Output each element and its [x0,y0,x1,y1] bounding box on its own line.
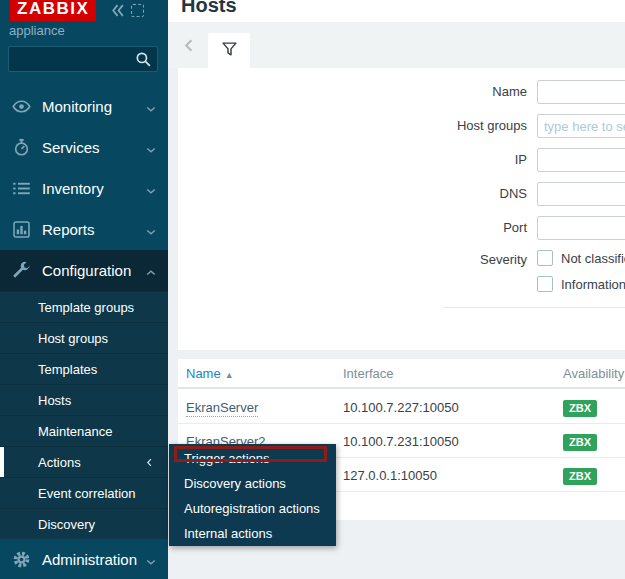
chevron-down-icon [145,101,157,119]
availability-badge-zbx: ZBX [563,434,597,451]
submenu-item-actions[interactable]: Actions [0,446,168,477]
sidebar-item-label: Services [42,139,100,156]
column-header-name[interactable]: Name▲ [186,359,234,390]
severity-option-information: Information [537,276,625,292]
sidebar-menu: Monitoring Services Inventory [0,86,168,579]
flyout-label: Discovery actions [184,476,286,491]
submenu-item-host-groups[interactable]: Host groups [0,322,168,353]
flyout-item-autoregistration-actions[interactable]: Autoregistration actions [169,496,336,521]
zabbix-logo[interactable]: ZABBIX [10,0,96,21]
filter-label-dns: DNS [367,182,527,206]
actions-flyout-menu: Trigger actions Discovery actions Autore… [169,444,336,546]
submenu-label: Hosts [38,393,71,408]
gear-icon [12,550,32,569]
submenu-item-discovery[interactable]: Discovery [0,508,168,539]
filter-label-severity: Severity [367,248,527,272]
flyout-label: Trigger actions [184,451,270,466]
availability-badge-zbx: ZBX [563,400,597,417]
sidebar-item-label: Reports [42,221,95,238]
column-header-label: Name [186,366,221,381]
search-input[interactable] [9,47,133,71]
flyout-label: Autoregistration actions [184,501,320,516]
chevron-down-icon [145,224,157,242]
flyout-label: Internal actions [184,526,272,541]
chevron-down-icon [145,183,157,201]
configuration-submenu: Template groups Host groups Templates Ho… [0,291,168,539]
sidebar-item-label: Monitoring [42,98,112,115]
submenu-label: Event correlation [38,486,136,501]
eye-icon [12,97,32,116]
interface-cell: 10.100.7.227:10050 [343,391,459,424]
page-title: Hosts [181,0,237,17]
chevron-down-icon [145,554,157,572]
list-icon [12,179,32,198]
filter-label-port: Port [367,216,527,240]
table-row: EkranServer 10.100.7.227:10050 ZBX [178,391,625,424]
flyout-item-internal-actions[interactable]: Internal actions [169,521,336,546]
sidebar-item-label: Configuration [42,262,131,279]
submenu-label: Actions [38,455,81,470]
interface-cell: 10.100.7.231:10050 [343,425,459,458]
submenu-label: Maintenance [38,424,112,439]
sidebar-item-administration[interactable]: Administration [0,539,168,579]
checkbox-label: Information [561,277,625,292]
sidebar-item-label: Administration [42,551,137,568]
filter-label-ip: IP [367,148,527,172]
filter-name-input[interactable] [537,80,625,104]
submenu-label: Discovery [38,517,95,532]
filter-panel: Name Host groups IP DNS Port Severity No… [178,68,625,350]
collapse-sidebar-icon[interactable] [109,2,126,23]
filter-host-groups-input[interactable] [537,114,625,138]
chevron-down-icon [145,142,157,160]
sort-ascending-icon: ▲ [225,370,234,380]
stopwatch-icon [12,138,32,157]
submenu-label: Template groups [38,300,134,315]
submenu-label: Host groups [38,331,108,346]
checkbox-not-classified[interactable] [537,250,553,266]
submenu-item-maintenance[interactable]: Maintenance [0,415,168,446]
host-link[interactable]: EkranServer [186,399,258,417]
filter-label-host-groups: Host groups [367,114,527,138]
severity-option-not-classified: Not classified [537,250,625,266]
chevron-left-icon [144,456,155,471]
submenu-item-hosts[interactable]: Hosts [0,384,168,415]
checkbox-information[interactable] [537,276,553,292]
sidebar-item-label: Inventory [42,180,104,197]
sidebar-item-monitoring[interactable]: Monitoring [0,86,168,127]
sidebar-item-reports[interactable]: Reports [0,209,168,250]
pin-sidebar-icon[interactable] [131,4,144,17]
flyout-item-trigger-actions[interactable]: Trigger actions [169,446,336,471]
column-header-interface: Interface [343,359,394,389]
filter-port-input[interactable] [537,216,625,240]
submenu-label: Templates [38,362,97,377]
sidebar-item-inventory[interactable]: Inventory [0,168,168,209]
filter-label-name: Name [367,80,527,104]
submenu-item-template-groups[interactable]: Template groups [0,291,168,322]
submenu-item-event-correlation[interactable]: Event correlation [0,477,168,508]
column-header-availability: Availability [563,359,624,389]
search-icon [135,51,152,72]
filter-scroll-left-icon[interactable] [182,38,197,57]
submenu-item-templates[interactable]: Templates [0,353,168,384]
availability-badge-zbx: ZBX [563,468,597,485]
filter-ip-input[interactable] [537,148,625,172]
interface-cell: 127.0.0.1:10050 [343,459,437,492]
table-header-row: Name▲ Interface Availability [178,359,625,389]
bar-chart-icon [12,220,32,239]
sidebar: ZABBIX appliance Monitoring Services [0,0,168,579]
filter-dns-input[interactable] [537,182,625,206]
filter-tab[interactable] [208,33,250,69]
sidebar-item-configuration[interactable]: Configuration [0,250,168,291]
chevron-up-icon [145,265,157,283]
sidebar-item-services[interactable]: Services [0,127,168,168]
flyout-item-discovery-actions[interactable]: Discovery actions [169,471,336,496]
funnel-icon [221,41,238,62]
wrench-icon [12,261,32,280]
server-name-label: appliance [9,23,65,38]
checkbox-label: Not classified [561,251,625,266]
sidebar-search[interactable] [8,46,158,72]
filter-buttons-divider [443,307,625,308]
